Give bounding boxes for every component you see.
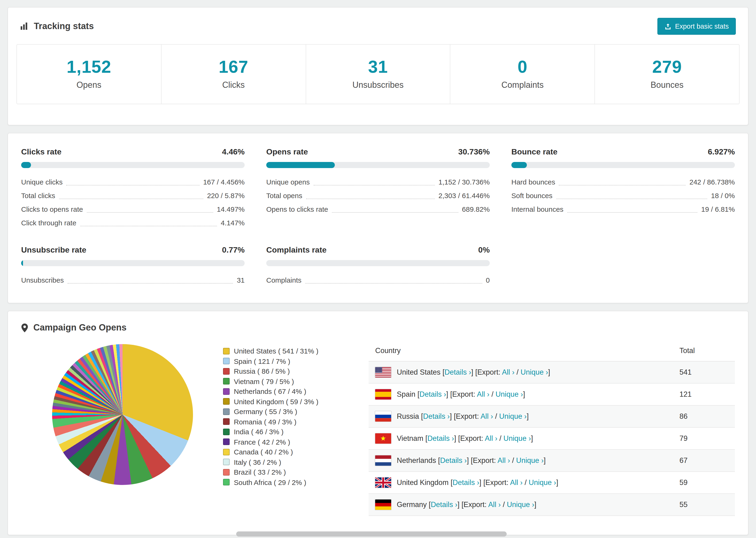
rate-progress-fill xyxy=(266,162,335,168)
dotted-leader xyxy=(305,283,482,284)
country-cell: United Kingdom [Details ›] [Export: All … xyxy=(375,477,679,488)
stat-complaints: 0Complaints xyxy=(450,44,595,104)
export-unique-link[interactable]: Unique › xyxy=(495,390,523,398)
stat-value: 167 xyxy=(166,57,301,77)
country-cell-text: Vietnam [Details ›] [Export: All › / Uni… xyxy=(397,434,533,443)
export-all-link[interactable]: All › xyxy=(481,412,493,420)
rate-block-bounce-rate: Bounce rate6.927%Hard bounces242 / 86.73… xyxy=(512,147,735,230)
stat-label: Opens xyxy=(22,80,156,90)
rate-detail-row: Internal bounces19 / 6.81% xyxy=(512,202,735,216)
details-link[interactable]: Details › xyxy=(453,478,479,486)
legend-item: France ( 42 / 2% ) xyxy=(223,437,344,447)
flag-vn-icon xyxy=(375,433,391,444)
stat-label: Complaints xyxy=(455,80,590,90)
flag-nl-icon xyxy=(375,456,391,466)
legend-label: United States ( 541 / 31% ) xyxy=(234,346,318,356)
details-link[interactable]: Details › xyxy=(431,501,458,509)
rate-head: Bounce rate6.927% xyxy=(512,147,735,157)
country-cell: Vietnam [Details ›] [Export: All › / Uni… xyxy=(375,433,679,444)
export-all-link[interactable]: All › xyxy=(502,368,514,376)
export-basic-stats-button[interactable]: Export basic stats xyxy=(657,18,736,35)
bar-chart-icon xyxy=(20,22,28,30)
dotted-leader xyxy=(313,185,435,186)
rate-detail-value: 1,152 / 30.736% xyxy=(438,175,490,189)
geo-body: United States ( 541 / 31% )Spain ( 121 /… xyxy=(8,338,748,516)
tracking-stats-title: Tracking stats xyxy=(34,21,94,31)
export-unique-link[interactable]: Unique › xyxy=(516,456,544,464)
legend-label: United Kingdom ( 59 / 3% ) xyxy=(234,397,318,406)
geo-pie-chart xyxy=(52,344,193,485)
legend-swatch xyxy=(223,439,230,445)
rate-detail-value: 689.82% xyxy=(462,202,490,216)
export-unique-link[interactable]: Unique › xyxy=(507,501,534,509)
details-link[interactable]: Details › xyxy=(427,434,454,442)
geo-table-row: United States [Details ›] [Export: All ›… xyxy=(369,361,735,384)
geo-table-row: United Kingdom [Details ›] [Export: All … xyxy=(369,472,735,494)
dotted-leader xyxy=(556,198,707,199)
details-link[interactable]: Details › xyxy=(445,368,471,376)
rate-detail-row: Unique opens1,152 / 30.736% xyxy=(266,175,490,189)
details-link[interactable]: Details › xyxy=(419,390,446,398)
rate-value: 6.927% xyxy=(708,147,735,157)
export-unique-link[interactable]: Unique › xyxy=(499,412,527,420)
rate-detail-label: Total clicks xyxy=(21,189,55,202)
rates-grid: Clicks rate4.46%Unique clicks167 / 4.456… xyxy=(21,147,735,287)
legend-item: Romania ( 49 / 3% ) xyxy=(223,417,344,427)
country-cell-text: United States [Details ›] [Export: All ›… xyxy=(397,368,550,377)
export-unique-link[interactable]: Unique › xyxy=(529,478,556,486)
geo-table-row: Russia [Details ›] [Export: All › / Uniq… xyxy=(369,405,735,428)
export-button-label: Export basic stats xyxy=(675,23,729,30)
rate-head: Unsubscribe rate0.77% xyxy=(21,245,244,255)
legend-item: Russia ( 86 / 5% ) xyxy=(223,366,344,376)
rate-block-clicks-rate: Clicks rate4.46%Unique clicks167 / 4.456… xyxy=(21,147,244,230)
rate-detail-label: Clicks to opens rate xyxy=(21,202,83,216)
dotted-leader xyxy=(87,212,213,213)
rate-detail-label: Hard bounces xyxy=(512,175,555,189)
details-link[interactable]: Details › xyxy=(423,412,450,420)
rate-value: 4.46% xyxy=(222,147,244,157)
stat-unsubscribes: 31Unsubscribes xyxy=(305,44,451,104)
export-unique-link[interactable]: Unique › xyxy=(503,434,531,442)
rate-head: Clicks rate4.46% xyxy=(21,147,244,157)
export-all-link[interactable]: All › xyxy=(510,478,523,486)
rate-detail-value: 18 / 0% xyxy=(711,189,735,202)
rate-progress-fill xyxy=(21,260,23,266)
export-unique-link[interactable]: Unique › xyxy=(520,368,548,376)
rate-detail-row: Unsubscribes31 xyxy=(21,273,244,287)
stat-label: Clicks xyxy=(166,80,301,90)
rate-detail-label: Unique opens xyxy=(266,175,310,189)
flag-gb-icon xyxy=(375,477,391,488)
export-all-link[interactable]: All › xyxy=(488,501,501,509)
legend-label: Italy ( 36 / 2% ) xyxy=(234,457,281,467)
legend-item: Italy ( 36 / 2% ) xyxy=(223,457,344,467)
rate-progress-fill xyxy=(512,162,527,168)
stat-label: Bounces xyxy=(600,80,734,90)
horizontal-scrollbar[interactable] xyxy=(236,531,507,537)
total-cell: 67 xyxy=(679,456,728,465)
rate-detail-row: Soft bounces18 / 0% xyxy=(512,189,735,202)
details-link[interactable]: Details › xyxy=(440,456,467,464)
export-all-link[interactable]: All › xyxy=(498,456,510,464)
country-column-header: Country xyxy=(375,347,679,355)
legend-label: Brazil ( 33 / 2% ) xyxy=(234,467,286,477)
rate-title: Bounce rate xyxy=(512,147,558,157)
rate-progress-track xyxy=(266,162,490,168)
legend-label: Russia ( 86 / 5% ) xyxy=(234,366,290,376)
rate-detail-value: 242 / 86.738% xyxy=(689,175,735,189)
flag-es-icon xyxy=(375,389,391,400)
geo-table: Country Total United States [Details ›] … xyxy=(369,340,735,516)
legend-item: India ( 46 / 3% ) xyxy=(223,427,344,437)
legend-item: Spain ( 121 / 7% ) xyxy=(223,356,344,366)
legend-swatch xyxy=(223,378,230,385)
rate-detail-row: Opens to clicks rate689.82% xyxy=(266,202,490,216)
geo-legend: United States ( 541 / 31% )Spain ( 121 /… xyxy=(223,346,344,487)
legend-item: Brazil ( 33 / 2% ) xyxy=(223,467,344,477)
export-all-link[interactable]: All › xyxy=(477,390,489,398)
legend-item: Germany ( 55 / 3% ) xyxy=(223,406,344,417)
legend-label: Netherlands ( 67 / 4% ) xyxy=(234,386,306,397)
total-cell: 121 xyxy=(679,390,728,399)
flag-de-icon xyxy=(375,500,391,510)
export-all-link[interactable]: All › xyxy=(485,434,497,442)
dotted-leader xyxy=(332,212,458,213)
dotted-leader xyxy=(68,283,233,284)
